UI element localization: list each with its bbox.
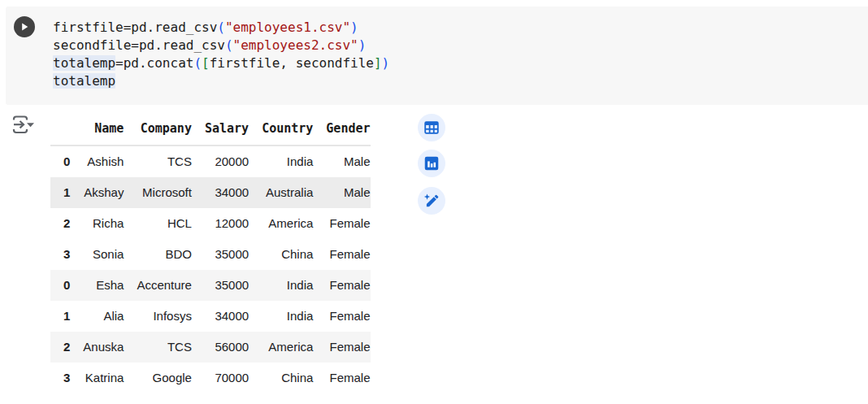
code-token: ( [193,55,202,71]
code-line: firstfile=pd.read_csv("employees1.csv") [53,19,389,37]
code-token: ) [350,20,358,35]
table-cell: Accenture [124,270,192,301]
table-cell: Esha [70,270,124,301]
table-cell: China [249,363,313,393]
code-line: totalemp=pd.concat([firstfile, secondfil… [53,54,389,72]
table-row: 2RichaHCL12000AmericaFemale [50,208,371,239]
table-cell: Google [124,363,192,393]
table-cell: Female [313,332,370,363]
table-cell: 35000 [192,239,249,270]
code-editor[interactable]: firstfile=pd.read_csv("employees1.csv")s… [53,19,389,90]
table-row: 2AnuskaTCS56000AmericaFemale [50,332,371,363]
output-renderer-icon[interactable] [11,114,37,139]
run-cell-button[interactable] [14,16,35,37]
table-cell: India [249,146,313,177]
dataframe-actions [418,114,445,215]
table-cell: 20000 [192,146,249,177]
table-cell: Female [313,363,370,393]
code-token: ) [382,55,390,71]
dataframe-table: NameCompanySalaryCountryGender 0AshishTC… [50,113,371,393]
code-token: firstfile=pd.read_csv [53,20,217,35]
code-token: "employees2.csv" [233,37,358,53]
table-cell: Female [313,208,370,239]
column-header-gender: Gender [313,113,370,146]
table-cell: China [249,239,313,270]
table-row: 3KatrinaGoogle70000ChinaFemale [50,363,371,393]
table-row: 0AshishTCS20000IndiaMale [50,146,371,177]
code-line: totalemp [53,72,389,90]
code-token: =pd.concat [115,55,193,71]
table-cell: BDO [124,239,192,270]
table-icon [423,119,441,137]
table-cell: HCL [124,208,192,239]
table-cell: 12000 [192,208,249,239]
table-cell: Katrina [70,363,124,393]
table-row: 1AliaInfosys34000IndiaFemale [50,301,371,332]
code-line: secondfile=pd.read_csv("employees2.csv") [53,37,389,54]
notebook-view: firstfile=pd.read_csv("employees1.csv")s… [0,0,868,404]
row-index: 0 [50,146,70,177]
table-cell: Microsoft [124,177,192,208]
table-cell: Ashish [70,146,124,177]
column-header-country: Country [249,113,313,146]
suggest-charts-button[interactable] [418,150,445,177]
row-index: 1 [50,301,70,332]
table-cell: 35000 [192,270,249,301]
row-index: 3 [50,239,70,270]
column-header-index [50,113,70,146]
table-cell: India [249,301,313,332]
table-cell: Australia [249,177,313,208]
bar-chart-icon [423,154,441,172]
code-token: ( [225,37,233,53]
table-cell: Infosys [124,301,192,332]
code-token: [ [202,55,210,71]
table-cell: TCS [124,332,192,363]
row-index: 0 [50,270,70,301]
code-token: ( [217,20,225,35]
code-cell: firstfile=pd.read_csv("employees1.csv")s… [6,7,868,105]
table-cell: Male [313,146,370,177]
table-cell: Female [313,270,370,301]
row-index: 1 [50,177,70,208]
magic-pencil-icon [423,192,441,210]
table-cell: Akshay [70,177,124,208]
code-token: totalemp [53,73,115,89]
table-cell: Male [313,177,370,208]
table-cell: America [249,332,313,363]
code-token: totalemp [53,55,115,71]
table-cell: Sonia [70,239,124,270]
code-token: secondfile=pd.read_csv [53,37,225,53]
table-cell: Richa [70,208,124,239]
table-cell: India [249,270,313,301]
row-index: 2 [50,208,70,239]
interactive-table-button[interactable] [418,114,445,141]
column-header-name: Name [70,113,124,146]
table-cell: America [249,208,313,239]
code-token: "employees1.csv" [225,20,350,35]
table-cell: Alia [70,301,124,332]
row-index: 3 [50,363,70,393]
row-index: 2 [50,332,70,363]
column-header-salary: Salary [192,113,249,146]
code-token: ] [374,55,382,71]
table-cell: Anuska [70,332,124,363]
column-header-company: Company [124,113,192,146]
table-cell: 56000 [192,332,249,363]
table-cell: Female [313,239,370,270]
dataframe-header: NameCompanySalaryCountryGender [50,113,371,146]
table-cell: TCS [124,146,192,177]
table-row: 1AkshayMicrosoft34000AustraliaMale [50,177,371,208]
table-cell: 34000 [192,301,249,332]
table-row: 3SoniaBDO35000ChinaFemale [50,239,371,270]
generate-code-button[interactable] [418,187,445,215]
code-token: ) [358,37,367,53]
code-token: firstfile, secondfile [210,55,374,71]
play-icon [20,22,29,32]
table-cell: Female [313,301,370,332]
table-cell: 70000 [192,363,249,393]
table-row: 0EshaAccenture35000IndiaFemale [50,270,371,301]
table-cell: 34000 [192,177,249,208]
